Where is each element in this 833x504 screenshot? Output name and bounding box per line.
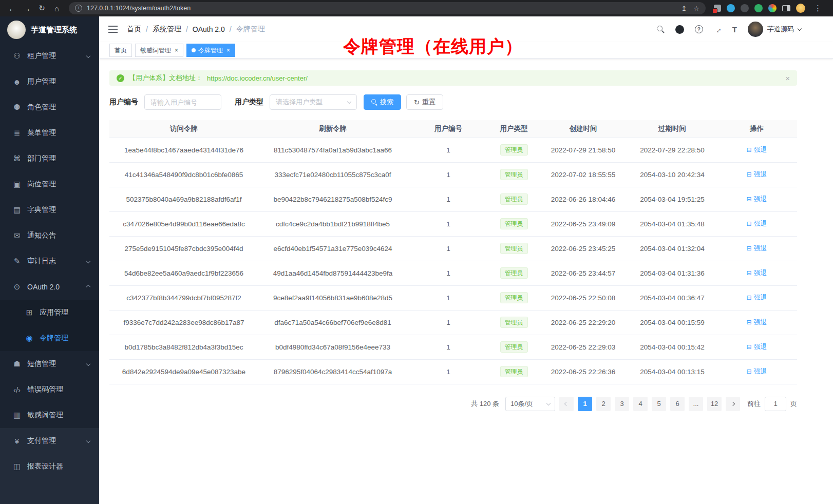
extension-wheel-icon[interactable] xyxy=(768,4,777,12)
refresh-token-cell: be90422b8c7946218275a508bf524fc9 xyxy=(258,187,407,211)
delete-icon: ⊟ xyxy=(746,368,751,375)
split-view-icon[interactable] xyxy=(782,5,790,11)
search-button[interactable]: 搜索 xyxy=(364,94,401,110)
sidebar-item-payment[interactable]: ¥支付管理 xyxy=(0,428,99,454)
extension-blue-icon[interactable] xyxy=(727,4,735,12)
force-logout-button[interactable]: ⊟强退 xyxy=(746,268,767,278)
search-icon[interactable] xyxy=(657,26,665,33)
sidebar-item-sensitive-word[interactable]: ▥敏感词管理 xyxy=(0,402,99,428)
sidebar-item-audit-log[interactable]: ✎审计日志 xyxy=(0,248,99,274)
extension-green-icon[interactable] xyxy=(754,4,763,12)
force-logout-button[interactable]: ⊟强退 xyxy=(746,342,767,352)
page-button-2[interactable]: 2 xyxy=(596,397,611,411)
action-cell: ⊟强退 xyxy=(716,335,797,359)
action-cell: ⊟强退 xyxy=(716,359,797,384)
user-name: 芋道源码 xyxy=(767,25,794,34)
extension-dark-icon[interactable] xyxy=(741,4,749,12)
chevron-down-icon xyxy=(86,54,90,58)
force-logout-button[interactable]: ⊟强退 xyxy=(746,318,767,327)
next-page-button[interactable] xyxy=(726,397,740,411)
page-button-1[interactable]: 1 xyxy=(578,397,592,411)
sidebar-item-user[interactable]: ☻用户管理 xyxy=(0,69,99,94)
page-button-4[interactable]: 4 xyxy=(633,397,648,411)
sidebar-item-menu[interactable]: ≣菜单管理 xyxy=(0,120,99,146)
help-icon[interactable]: ? xyxy=(695,25,703,33)
alert-close-icon[interactable]: × xyxy=(785,74,790,83)
column-header: 访问令牌 xyxy=(109,120,258,138)
force-logout-button[interactable]: ⊟强退 xyxy=(746,293,767,302)
prev-page-button[interactable] xyxy=(559,397,574,411)
tab-home[interactable]: 首页 xyxy=(109,44,132,57)
sidebar-item-sms[interactable]: ☗短信管理 xyxy=(0,351,99,377)
github-icon[interactable] xyxy=(675,25,684,34)
browser-profile-avatar[interactable] xyxy=(796,4,805,13)
user-menu[interactable]: 芋道源码 xyxy=(748,22,801,37)
delete-icon: ⊟ xyxy=(746,245,751,252)
breadcrumb-item[interactable]: 首页 xyxy=(127,25,141,34)
roles-icon: ⚉ xyxy=(11,103,23,112)
app-logo-row[interactable]: 芋道管理系统 xyxy=(0,16,99,43)
sidebar-item-dept[interactable]: ⌘部门管理 xyxy=(0,146,99,171)
fullscreen-icon[interactable]: ↔ xyxy=(712,24,724,35)
action-cell: ⊟强退 xyxy=(716,187,797,211)
sidebar-item-oauth-token[interactable]: ◉令牌管理 xyxy=(0,325,99,351)
tab-token[interactable]: 令牌管理× xyxy=(186,44,235,57)
page-ellipsis[interactable]: ... xyxy=(689,397,703,411)
browser-address-bar[interactable]: i 127.0.0.1:1024/system/oauth2/token ↥ ☆ xyxy=(69,2,706,14)
forward-icon[interactable]: → xyxy=(20,2,34,15)
force-logout-button[interactable]: ⊟强退 xyxy=(746,170,767,179)
refresh-token-cell: 8796295f04064c2983414cc54af1097a xyxy=(258,359,407,384)
tab-sensitive-word[interactable]: 敏感词管理× xyxy=(135,44,183,57)
table-row: b0d1785bc3a8482f812db4a3f3bd15ecb0df4980… xyxy=(109,335,797,359)
oauth-icon: ⊙ xyxy=(11,282,23,292)
sidebar-item-post[interactable]: ▣岗位管理 xyxy=(0,171,99,197)
reset-button[interactable]: ↻ 重置 xyxy=(406,94,443,110)
sidebar-item-notice[interactable]: ✉通知公告 xyxy=(0,223,99,248)
sidebar-item-oauth[interactable]: ⊙OAuth 2.0 xyxy=(0,274,99,300)
force-logout-button[interactable]: ⊟强退 xyxy=(746,244,767,253)
bookmark-star-icon[interactable]: ☆ xyxy=(693,5,699,12)
column-header: 操作 xyxy=(716,120,797,138)
tab-close-icon[interactable]: × xyxy=(175,47,178,54)
page-button-6[interactable]: 6 xyxy=(670,397,685,411)
force-logout-button[interactable]: ⊟强退 xyxy=(746,367,767,376)
menu-kebab-icon[interactable]: ⋮ xyxy=(811,2,825,15)
extension-grid-icon[interactable] xyxy=(714,5,721,12)
page-button-5[interactable]: 5 xyxy=(652,397,666,411)
success-check-icon: ✓ xyxy=(117,74,124,82)
breadcrumb-item[interactable]: OAuth 2.0 xyxy=(193,25,225,33)
page-button-3[interactable]: 3 xyxy=(615,397,629,411)
home-icon[interactable]: ⌂ xyxy=(50,2,64,15)
user-id-input[interactable] xyxy=(144,94,221,110)
back-icon[interactable]: ← xyxy=(5,2,19,15)
access-token-cell: 275e5de9151045fe87cbdc395e004f4d xyxy=(109,236,258,261)
user-type-tag: 管理员 xyxy=(500,341,528,353)
expire-time-cell: 2054-03-04 00:13:15 xyxy=(628,359,716,384)
reload-icon[interactable]: ↻ xyxy=(35,2,49,15)
sidebar-item-error-code[interactable]: ‹/›错误码管理 xyxy=(0,377,99,402)
goto-page-input[interactable] xyxy=(765,397,786,411)
font-size-icon[interactable]: T xyxy=(732,25,737,34)
breadcrumb-item[interactable]: 系统管理 xyxy=(153,25,181,34)
user-type-select[interactable]: 请选择用户类型 xyxy=(270,94,357,110)
sidebar-item-oauth-app[interactable]: ⊞应用管理 xyxy=(0,300,99,325)
force-logout-button[interactable]: ⊟强退 xyxy=(746,195,767,204)
force-logout-button[interactable]: ⊟强退 xyxy=(746,145,767,154)
alert-link[interactable]: https://doc.iocoder.cn/user-center/ xyxy=(207,74,308,82)
sidebar-item-tenant[interactable]: ⚇租户管理 xyxy=(0,43,99,69)
sidebar-item-role[interactable]: ⚉角色管理 xyxy=(0,94,99,120)
force-logout-button[interactable]: ⊟强退 xyxy=(746,219,767,228)
expire-time-cell: 2022-07-29 22:28:50 xyxy=(628,138,716,162)
site-info-icon[interactable]: i xyxy=(75,5,82,12)
table-row: c347026e805e4d99b0d116eae66eda8ccdfc4ce9… xyxy=(109,211,797,236)
tab-close-icon[interactable]: × xyxy=(226,47,230,54)
page-button-12[interactable]: 12 xyxy=(707,397,722,411)
chevron-down-icon xyxy=(86,259,90,263)
sidebar-collapse-icon[interactable] xyxy=(108,26,118,33)
sidebar-item-report-designer[interactable]: ◫报表设计器 xyxy=(0,454,99,479)
share-icon[interactable]: ↥ xyxy=(681,5,687,12)
sms-shield-icon: ☗ xyxy=(11,359,23,369)
delete-icon: ⊟ xyxy=(746,146,751,153)
page-size-select[interactable]: 10条/页 xyxy=(505,397,555,411)
sidebar-item-dict[interactable]: ▤字典管理 xyxy=(0,197,99,223)
